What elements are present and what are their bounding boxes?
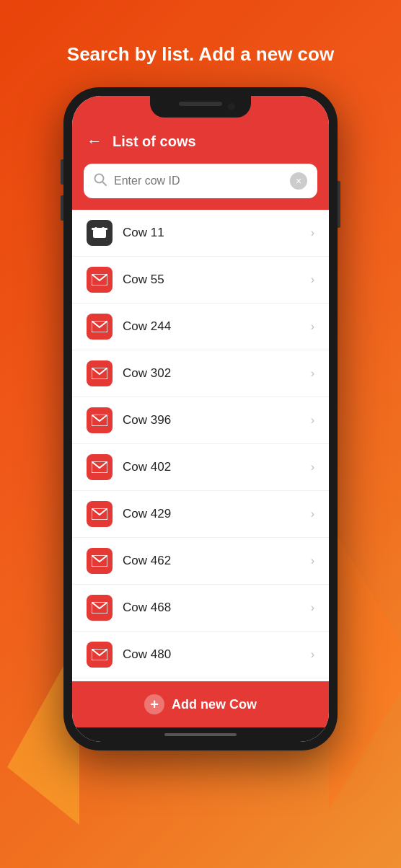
cow-icon xyxy=(87,501,113,527)
svg-rect-4 xyxy=(94,227,97,231)
page-title: Search by list. Add a new cow xyxy=(38,43,363,66)
list-item[interactable]: Cow 396› xyxy=(72,397,329,444)
svg-rect-3 xyxy=(92,228,107,230)
volume-down-button xyxy=(61,195,63,221)
list-item[interactable]: Cow 244› xyxy=(72,304,329,350)
notch-speaker xyxy=(179,102,222,106)
header-title: List of cows xyxy=(113,133,196,150)
cow-name: Cow 55 xyxy=(123,273,311,287)
cow-list: Cow 11› Cow 55› Cow 244› Cow 302› Cow 39… xyxy=(72,210,329,681)
back-button[interactable]: ← xyxy=(87,132,102,151)
phone-notch xyxy=(150,96,251,118)
add-button-label: Add new Cow xyxy=(172,697,257,712)
cow-icon xyxy=(87,595,113,621)
cow-name: Cow 244 xyxy=(123,319,311,334)
add-icon: + xyxy=(144,694,164,714)
phone-screen: ← List of cows × C xyxy=(72,96,329,742)
cow-name: Cow 402 xyxy=(123,460,311,474)
cow-icon xyxy=(87,267,113,293)
list-item[interactable]: Cow 468› xyxy=(72,585,329,632)
cow-icon xyxy=(87,220,113,246)
search-container: × xyxy=(72,164,329,210)
chevron-right-icon: › xyxy=(311,414,314,427)
chevron-right-icon: › xyxy=(311,320,314,333)
cow-name: Cow 429 xyxy=(123,507,311,521)
list-item[interactable]: Cow 55› xyxy=(72,257,329,304)
cow-name: Cow 468 xyxy=(123,601,311,615)
home-indicator xyxy=(72,727,329,742)
list-item[interactable]: Cow 302› xyxy=(72,350,329,397)
svg-line-1 xyxy=(102,182,106,185)
list-item[interactable]: Cow 402› xyxy=(72,444,329,491)
cow-name: Cow 480 xyxy=(123,647,311,662)
cow-icon xyxy=(87,360,113,386)
search-bar: × xyxy=(84,164,317,198)
list-item[interactable]: Cow 429› xyxy=(72,491,329,538)
search-icon xyxy=(94,173,107,190)
chevron-right-icon: › xyxy=(311,226,314,239)
chevron-right-icon: › xyxy=(311,601,314,614)
phone-frame: ← List of cows × C xyxy=(63,87,338,750)
add-new-cow-button[interactable]: + Add new Cow xyxy=(72,681,329,727)
cow-name: Cow 462 xyxy=(123,554,311,568)
chevron-right-icon: › xyxy=(311,508,314,521)
list-item[interactable]: Cow 11› xyxy=(72,210,329,257)
cow-icon xyxy=(87,314,113,340)
cow-name: Cow 396 xyxy=(123,413,311,428)
cow-icon xyxy=(87,642,113,668)
list-item[interactable]: Cow 462› xyxy=(72,538,329,585)
cow-icon xyxy=(87,407,113,433)
list-item[interactable]: Cow 480› xyxy=(72,632,329,678)
chevron-right-icon: › xyxy=(311,461,314,474)
home-bar xyxy=(164,733,237,736)
cow-icon xyxy=(87,454,113,480)
chevron-right-icon: › xyxy=(311,273,314,286)
cow-icon xyxy=(87,548,113,574)
cow-name: Cow 302 xyxy=(123,366,311,381)
cow-name: Cow 11 xyxy=(123,226,311,240)
svg-rect-2 xyxy=(93,229,106,238)
volume-up-button xyxy=(61,159,63,185)
chevron-right-icon: › xyxy=(311,554,314,567)
chevron-right-icon: › xyxy=(311,367,314,380)
notch-camera xyxy=(228,103,235,110)
clear-button[interactable]: × xyxy=(290,172,307,190)
power-button xyxy=(338,181,340,228)
search-input[interactable] xyxy=(114,174,283,187)
chevron-right-icon: › xyxy=(311,648,314,661)
svg-rect-5 xyxy=(102,227,105,231)
